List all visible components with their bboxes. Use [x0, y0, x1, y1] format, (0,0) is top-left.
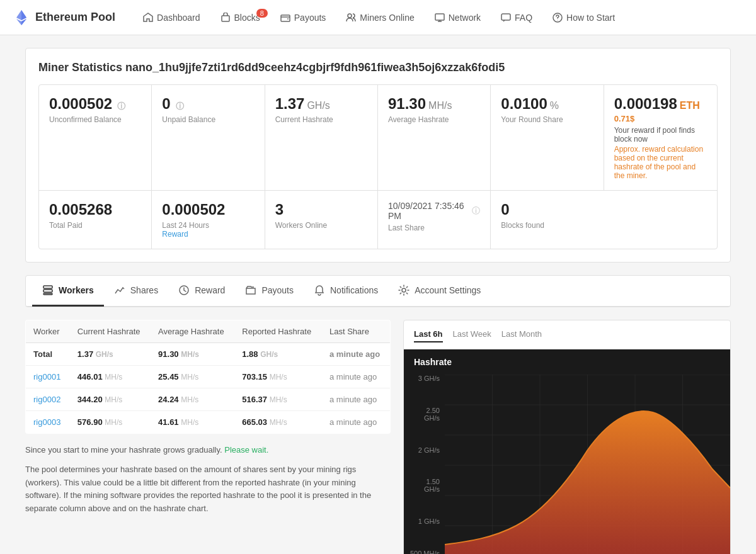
- chart-area: [445, 375, 730, 554]
- tab-payouts[interactable]: Payouts: [235, 276, 304, 307]
- tab-label-payouts: Payouts: [261, 285, 294, 295]
- monitor-icon: [435, 13, 445, 23]
- stat-workers-online: 3 Workers Online: [265, 191, 378, 249]
- nav-label-faq: FAQ: [515, 13, 532, 23]
- info-icon[interactable]: ⓘ: [117, 101, 125, 112]
- col-last-share: Last Share: [322, 320, 391, 343]
- content-grid: Worker Current Hashrate Average Hashrate…: [25, 320, 731, 554]
- chart-tabs: Last 6h Last Week Last Month: [404, 320, 730, 349]
- svg-point-10: [558, 20, 558, 20]
- svg-marker-3: [21, 19, 26, 25]
- average-hashrate-rig0003: 41.61 MH/s: [151, 411, 234, 434]
- home-icon: [143, 13, 153, 23]
- reported-hashrate-total: 1.88 GH/s: [234, 343, 322, 366]
- table-row-total: Total 1.37 GH/s 91.30 MH/s 1.88 GH/s: [26, 343, 391, 366]
- reported-hashrate-rig0003: 665.03 MH/s: [234, 411, 322, 434]
- tab-account-settings[interactable]: Account Settings: [388, 276, 491, 307]
- workers-online-value: 3: [275, 201, 367, 218]
- blocks-badge: 8: [256, 9, 268, 18]
- last-share-rig0003: a minute ago: [322, 411, 391, 434]
- average-hashrate-rig0002: 24.24 MH/s: [151, 388, 234, 411]
- nav-item-payouts[interactable]: Payouts: [272, 8, 335, 28]
- info-icon-3[interactable]: ⓘ: [472, 205, 480, 217]
- chart-icon: [114, 285, 125, 296]
- workers-table-section: Worker Current Hashrate Average Hashrate…: [25, 320, 391, 554]
- average-hashrate-total: 91.30 MH/s: [151, 343, 234, 366]
- nav-items: Dashboard Blocks 8 Payouts: [134, 8, 743, 28]
- tab-notifications[interactable]: Notifications: [304, 276, 388, 307]
- nav-label-miners-online: Miners Online: [360, 13, 414, 23]
- reward-note: Your reward if pool finds block now: [614, 126, 707, 144]
- round-share-label: Your Round Share: [501, 115, 593, 124]
- workers-table: Worker Current Hashrate Average Hashrate…: [25, 320, 391, 434]
- info-line2: The pool determines your hashrate based …: [25, 463, 391, 516]
- tab-label-notifications: Notifications: [330, 285, 378, 295]
- nav-item-network[interactable]: Network: [426, 8, 490, 28]
- last-share-value: 10/09/2021 7:35:46 PM: [388, 201, 467, 221]
- last-share-rig0002: a minute ago: [322, 388, 391, 411]
- nav-item-blocks[interactable]: Blocks 8: [212, 8, 269, 28]
- current-hashrate-rig0003: 576.90 MH/s: [70, 411, 151, 434]
- tab-label-account-settings: Account Settings: [415, 285, 481, 295]
- worker-name-rig0002[interactable]: rig0002: [26, 388, 70, 411]
- eth-logo-icon: [13, 9, 30, 26]
- total-paid-value: 0.005268: [49, 201, 141, 218]
- chat-icon: [501, 13, 511, 23]
- nav-item-how-to-start[interactable]: How to Start: [544, 8, 624, 28]
- navbar: Ethereum Pool Dashboard Blocks 8 Payouts: [0, 0, 756, 35]
- clock-icon: [178, 285, 190, 296]
- nav-item-miners-online[interactable]: Miners Online: [337, 8, 423, 28]
- chart-tab-last-week[interactable]: Last Week: [453, 327, 491, 342]
- average-hashrate-value: 91.30 MH/s: [388, 95, 480, 113]
- current-hashrate-total: 1.37 GH/s: [70, 343, 151, 366]
- miner-section: Miner Statistics nano_1hu9jjfe7zti1rd6dd…: [25, 48, 731, 263]
- worker-name-rig0003[interactable]: rig0003: [26, 411, 70, 434]
- main-content: Miner Statistics nano_1hu9jjfe7zti1rd6dd…: [13, 35, 743, 554]
- table-row-rig0002: rig0002 344.20 MH/s 24.24 MH/s 516.37 MH…: [26, 388, 391, 411]
- stat-average-hashrate: 91.30 MH/s Average Hashrate: [378, 85, 491, 191]
- users-icon: [346, 13, 356, 23]
- workers-online-label: Workers Online: [275, 221, 367, 230]
- total-paid-label: Total Paid: [49, 221, 141, 230]
- svg-rect-12: [43, 290, 52, 292]
- tab-workers[interactable]: Workers: [32, 276, 104, 307]
- tab-label-reward: Reward: [195, 285, 225, 295]
- brand: Ethereum Pool: [13, 9, 115, 26]
- nav-label-network: Network: [449, 13, 481, 23]
- info-icon-2[interactable]: ⓘ: [176, 101, 184, 112]
- stat-current-hashrate: 1.37 GH/s Current Hashrate: [265, 85, 378, 191]
- current-hashrate-rig0001: 446.01 MH/s: [70, 366, 151, 388]
- col-reported-hashrate: Reported Hashrate: [234, 320, 322, 343]
- tab-reward[interactable]: Reward: [168, 276, 235, 307]
- stat-total-paid: 0.005268 Total Paid: [39, 191, 152, 249]
- tabs-list: Workers Shares Reward: [26, 276, 730, 307]
- tab-shares[interactable]: Shares: [104, 276, 168, 307]
- reward-approx: Approx. reward calculation based on the …: [614, 145, 707, 180]
- svg-rect-5: [281, 15, 290, 21]
- chart-tab-last-6h[interactable]: Last 6h: [414, 327, 443, 342]
- nav-item-dashboard[interactable]: Dashboard: [134, 8, 209, 28]
- gear-icon: [398, 285, 410, 296]
- svg-point-6: [348, 14, 352, 18]
- stat-unpaid-balance: 0 ⓘ Unpaid Balance: [152, 85, 265, 191]
- unpaid-balance-value: 0 ⓘ: [162, 95, 254, 113]
- chart-tab-last-month[interactable]: Last Month: [501, 327, 542, 342]
- tab-label-shares: Shares: [130, 285, 158, 295]
- chart-container: Hashrate 3 GH/s 2.50 GH/s 2 GH/s 1.50 GH…: [404, 349, 730, 554]
- layers-icon: [42, 285, 54, 296]
- chart-y-labels: 3 GH/s 2.50 GH/s 2 GH/s 1.50 GH/s 1 GH/s…: [404, 375, 445, 554]
- reported-hashrate-rig0002: 516.37 MH/s: [234, 388, 322, 411]
- tabs-bar: Workers Shares Reward: [25, 275, 731, 307]
- svg-rect-7: [435, 14, 444, 20]
- chart-title: Hashrate: [404, 349, 730, 375]
- bell-icon: [314, 285, 325, 296]
- folder-icon: [245, 285, 256, 296]
- table-row-rig0001: rig0001 446.01 MH/s 25.45 MH/s 703.15 MH…: [26, 366, 391, 388]
- col-current-hashrate: Current Hashrate: [70, 320, 151, 343]
- stat-reward: 0.000198 ETH 0.71$ Your reward if pool f…: [604, 85, 717, 191]
- last-share-rig0001: a minute ago: [322, 366, 391, 388]
- worker-name-rig0001[interactable]: rig0001: [26, 366, 70, 388]
- box-icon: [220, 13, 231, 23]
- nav-item-faq[interactable]: FAQ: [492, 8, 541, 28]
- last-share-label: Last Share: [388, 223, 480, 232]
